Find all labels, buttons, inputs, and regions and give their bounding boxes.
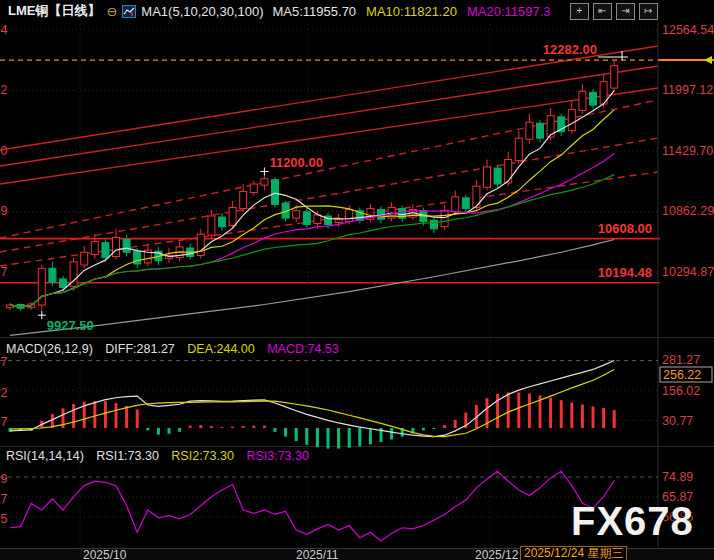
- ma20-value: MA20:11597.3: [467, 4, 551, 19]
- pan-crosshair-button[interactable]: +: [570, 3, 589, 20]
- svg-text:11997.12: 11997.12: [662, 83, 713, 97]
- shift-right-button[interactable]: ↦: [639, 3, 658, 20]
- moving-average-lines: [10, 91, 614, 336]
- macd-lines: [10, 360, 614, 436]
- watermark: FX678: [571, 499, 694, 544]
- vertical-gridlines: [80, 24, 490, 546]
- svg-text:12282.00: 12282.00: [543, 42, 597, 57]
- svg-text:5: 5: [1, 512, 8, 526]
- svg-text:10294.87: 10294.87: [662, 265, 714, 279]
- svg-text:74.89: 74.89: [662, 470, 693, 484]
- svg-text:10194.48: 10194.48: [598, 265, 652, 280]
- svg-text:9927.50: 9927.50: [47, 318, 94, 333]
- macd-settings-label: MACD(26,12,9): [6, 342, 93, 356]
- trading-chart-app: LME铜【日线】 ⊖ MA1(5,10,20,30,100) MA5:11955…: [0, 0, 714, 560]
- chart-type-icon[interactable]: [122, 5, 136, 18]
- axis-label-month-2: 2025/11: [296, 548, 339, 560]
- svg-text:11200.00: 11200.00: [269, 155, 323, 170]
- time-axis: 2025/10 2025/11 2025/12 2025/12/24 星期三: [0, 548, 714, 560]
- svg-text:7: 7: [1, 492, 8, 506]
- current-date-badge: 2025/12/24 星期三: [520, 546, 627, 560]
- rsi-settings-label: RSI(14,14,14): [6, 449, 84, 463]
- svg-text:30.77: 30.77: [662, 414, 693, 428]
- symbol-title: LME铜【日线】: [8, 2, 100, 20]
- svg-text:156.02: 156.02: [662, 384, 700, 398]
- macd-dea-value: DEA:244.00: [187, 342, 254, 356]
- macd-diff-value: DIFF:281.27: [105, 342, 174, 356]
- macd-macd-value: MACD:74.53: [267, 342, 339, 356]
- rsi3-value: RSI3:73.30: [246, 449, 309, 463]
- svg-text:7: 7: [1, 415, 8, 429]
- svg-text:11429.70: 11429.70: [662, 144, 713, 158]
- svg-text:9: 9: [1, 204, 8, 218]
- collapse-icon[interactable]: ⊖: [106, 4, 117, 19]
- svg-text:12564.54: 12564.54: [662, 23, 714, 37]
- svg-text:9: 9: [1, 472, 8, 486]
- ma5-value: MA5:11955.70: [273, 4, 357, 19]
- price-axis-labels: 12564.5411997.1211429.7010862.2910294.87: [662, 23, 714, 279]
- svg-text:10862.29: 10862.29: [662, 204, 714, 218]
- svg-text:4: 4: [1, 23, 8, 37]
- rsi-header: RSI(14,14,14) RSI1:73.30 RSI2:73.30 RSI3…: [6, 449, 309, 463]
- rsi-line: [10, 471, 614, 541]
- zoom-in-button[interactable]: ⇤: [593, 3, 612, 20]
- svg-text:7: 7: [1, 265, 8, 279]
- price-markers: 9927.5011200.00: [38, 155, 323, 333]
- svg-text:2: 2: [1, 83, 8, 97]
- ma-settings-label: MA1(5,10,20,30,100): [141, 4, 263, 19]
- ma10-value: MA10:11821.20: [366, 4, 457, 19]
- high-measure-marker: [598, 51, 628, 60]
- svg-text:281.27: 281.27: [662, 353, 700, 367]
- zoom-out-button[interactable]: ⇥: [616, 3, 635, 20]
- svg-text:256.22: 256.22: [663, 368, 701, 382]
- rsi2-value: RSI2:73.30: [171, 449, 234, 463]
- axis-label-month-1: 2025/10: [83, 548, 126, 560]
- svg-text:10608.00: 10608.00: [598, 221, 652, 236]
- svg-text:0: 0: [1, 144, 8, 158]
- toolbar: + ⇤ ⇥ ↦: [570, 3, 658, 20]
- macd-header: MACD(26,12,9) DIFF:281.27 DEA:244.00 MAC…: [6, 342, 339, 356]
- axis-label-month-3: 2025/12: [475, 548, 518, 560]
- svg-text:7: 7: [1, 355, 8, 369]
- svg-text:2: 2: [1, 386, 8, 400]
- candles: [7, 60, 618, 311]
- rsi1-value: RSI1:73.30: [96, 449, 159, 463]
- chart-canvas[interactable]: 12564.5411997.1211429.7010862.2910294.87…: [0, 0, 714, 560]
